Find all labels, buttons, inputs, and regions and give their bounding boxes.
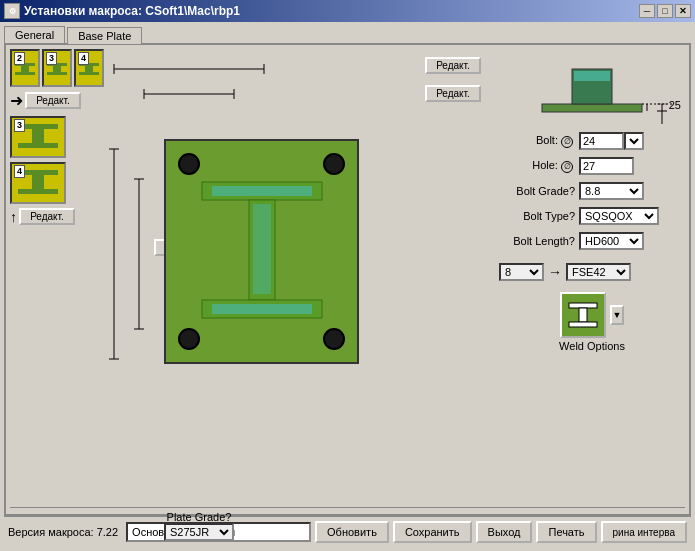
weld-row: ▼ (560, 292, 624, 338)
svg-rect-42 (579, 308, 587, 322)
weld-icon-button[interactable] (560, 292, 606, 338)
arrow-right-icon: ➜ (10, 91, 23, 110)
close-button[interactable]: ✕ (675, 4, 691, 18)
svg-rect-7 (85, 66, 93, 72)
main-window: General Base Plate 2 (0, 22, 695, 551)
svg-rect-4 (53, 66, 61, 72)
width-interval-button[interactable]: рина интерва (601, 521, 687, 543)
edit-button-left[interactable]: Редакт. (19, 208, 75, 225)
bolt-type-select[interactable]: SQSQOX HEX (579, 207, 659, 225)
maximize-button[interactable]: □ (657, 4, 673, 18)
count-select[interactable]: 8 4 6 12 (499, 263, 544, 281)
content-area: 2 3 (4, 43, 691, 516)
weld-ibeam-icon (565, 297, 601, 333)
bolt-grade-select[interactable]: 8.8 10.9 4.6 (579, 182, 644, 200)
weld-dropdown-arrow[interactable]: ▼ (610, 305, 624, 325)
edit-button-center-1[interactable]: Редакт. (425, 57, 481, 74)
tab-general[interactable]: General (4, 26, 65, 43)
plate-grade-label: Plate Grade? (167, 511, 232, 523)
plate-area: Редакт. Редакт. (94, 139, 491, 501)
bolt-select[interactable]: ▼ (624, 132, 644, 150)
thumbnail-2[interactable]: 2 (10, 49, 40, 87)
bolt-type-label: Bolt Type? (499, 210, 579, 222)
svg-rect-30 (212, 186, 312, 196)
plate-grade-select[interactable]: S275JR S355JR S235JR (164, 523, 234, 541)
hole-field-row: Hole: ∅ (499, 157, 685, 175)
window-icon: ⚙ (4, 3, 20, 19)
bolt-field-row: Bolt: ∅ ▼ (499, 132, 685, 150)
weld-options-area: ▼ Weld Options (499, 292, 685, 352)
diameter-icon-hole: ∅ (561, 161, 573, 173)
svg-rect-43 (569, 322, 597, 327)
print-button[interactable]: Печать (536, 521, 596, 543)
svg-rect-13 (32, 175, 44, 189)
svg-rect-31 (212, 304, 312, 314)
edit-button-center-2[interactable]: Редакт. (425, 85, 481, 102)
main-content: 2 3 (10, 49, 685, 501)
bottom-action-bar: Версия макроса: 7.22 Основание колонны О… (4, 516, 691, 547)
thumbnail-row-top: 2 3 (10, 49, 90, 87)
section-view: 25 (499, 49, 685, 124)
hole-input[interactable] (579, 157, 634, 175)
bolt-type-field-row: Bolt Type? SQSQOX HEX (499, 207, 685, 225)
right-panel: 25 Bolt: ∅ ▼ Hole: (495, 49, 685, 501)
svg-rect-33 (542, 104, 642, 112)
svg-rect-1 (21, 66, 29, 72)
edit-button-top[interactable]: Редакт. (25, 92, 81, 109)
left-panel: 2 3 (10, 49, 90, 501)
thumb-badge-4: 4 (78, 52, 89, 65)
ibeam-diagram (197, 172, 327, 332)
count-mat-row: 8 4 6 12 → FSE42 FSE52 FSE36 (499, 263, 685, 281)
bolt-input[interactable] (579, 132, 624, 150)
edit-arrow-row: ➜ Редакт. (10, 91, 90, 110)
title-bar: ⚙ Установки макроса: CSoft1\Mac\rbp1 ─ □… (0, 0, 695, 22)
bolt-length-select[interactable]: HD600 HD500 (579, 232, 644, 250)
section-view-svg (512, 49, 672, 124)
thumbnail-large-4[interactable]: 4 (10, 162, 66, 204)
hole-label: Hole: ∅ (499, 159, 579, 172)
window-title: Установки макроса: CSoft1\Mac\rbp1 (24, 4, 240, 18)
diagram-area: Редакт. Редакт. (94, 49, 491, 501)
base-plate (164, 139, 359, 364)
svg-rect-2 (15, 72, 35, 75)
version-label: Версия макроса: 7.22 (8, 526, 118, 538)
thumb-badge-2: 2 (14, 52, 25, 65)
thumb-large-badge-4: 4 (14, 165, 25, 178)
exit-button[interactable]: Выход (476, 521, 533, 543)
save-button[interactable]: Сохранить (393, 521, 472, 543)
tab-bar: General Base Plate (4, 26, 691, 43)
bolt-grade-field-row: Bolt Grade? 8.8 10.9 4.6 (499, 182, 685, 200)
svg-rect-5 (47, 72, 67, 75)
arrow-icon-small: → (548, 264, 562, 280)
dim-25-label: 25 (669, 99, 681, 111)
update-button[interactable]: Обновить (315, 521, 389, 543)
svg-rect-41 (569, 303, 597, 308)
mat-select[interactable]: FSE42 FSE52 FSE36 (566, 263, 631, 281)
thumbnail-large-3[interactable]: 3 (10, 116, 66, 158)
bolt-length-label: Bolt Length? (499, 235, 579, 247)
diameter-icon-bolt: ∅ (561, 136, 573, 148)
bolt-label: Bolt: ∅ (499, 134, 579, 147)
svg-rect-10 (32, 129, 44, 143)
top-dims-area: Редакт. Редакт. (94, 49, 491, 139)
thumbnail-3[interactable]: 3 (42, 49, 72, 87)
svg-rect-11 (18, 143, 58, 148)
svg-rect-14 (18, 189, 58, 194)
thumb-large-badge-3: 3 (14, 119, 25, 132)
plate-grade-area: Plate Grade? S275JR S355JR S235JR (164, 511, 234, 541)
tab-base-plate[interactable]: Base Plate (67, 27, 142, 44)
content-bottom-bar (10, 507, 685, 510)
edit-arrow-bottom-row: ↑ Редакт. (10, 208, 90, 225)
svg-rect-35 (574, 71, 610, 81)
thumb-row-3: 3 (10, 116, 90, 158)
bolt-length-field-row: Bolt Length? HD600 HD500 (499, 232, 685, 250)
arrow-up-icon: ↑ (10, 209, 17, 225)
weld-options-label: Weld Options (559, 340, 625, 352)
bolt-grade-label: Bolt Grade? (499, 185, 579, 197)
dimension-lines-top (104, 49, 304, 129)
svg-rect-32 (253, 204, 271, 294)
thumb-row-4: 4 (10, 162, 90, 204)
window-controls: ─ □ ✕ (639, 4, 691, 18)
minimize-button[interactable]: ─ (639, 4, 655, 18)
thumb-badge-3: 3 (46, 52, 57, 65)
